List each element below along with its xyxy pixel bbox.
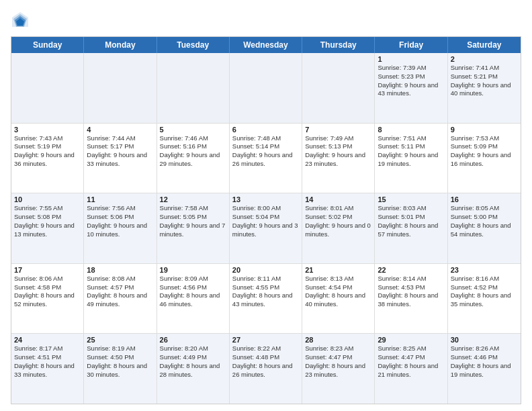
day-cell-27: 27Sunrise: 8:22 AM Sunset: 4:48 PM Dayli… (230, 334, 302, 404)
calendar-row: 17Sunrise: 8:06 AM Sunset: 4:58 PM Dayli… (11, 263, 521, 334)
calendar-row: 3Sunrise: 7:43 AM Sunset: 5:19 PM Daylig… (11, 123, 521, 193)
day-cell-4: 4Sunrise: 7:44 AM Sunset: 5:17 PM Daylig… (84, 124, 157, 193)
day-cell-1: 1Sunrise: 7:39 AM Sunset: 5:23 PM Daylig… (375, 53, 447, 123)
day-info: Sunrise: 8:13 AM Sunset: 4:54 PM Dayligh… (305, 275, 371, 309)
day-cell-7: 7Sunrise: 7:49 AM Sunset: 5:13 PM Daylig… (302, 124, 375, 193)
day-cell-9: 9Sunrise: 7:53 AM Sunset: 5:09 PM Daylig… (448, 124, 521, 193)
day-number: 23 (451, 266, 518, 274)
day-number: 20 (232, 266, 299, 274)
day-info: Sunrise: 7:39 AM Sunset: 5:23 PM Dayligh… (378, 64, 444, 98)
day-cell-2: 2Sunrise: 7:41 AM Sunset: 5:21 PM Daylig… (448, 53, 521, 123)
day-number: 8 (378, 126, 444, 134)
day-number: 17 (14, 266, 81, 274)
day-cell-3: 3Sunrise: 7:43 AM Sunset: 5:19 PM Daylig… (11, 124, 84, 193)
day-number: 11 (87, 195, 153, 203)
weekday-header-wednesday: Wednesday (230, 37, 302, 53)
day-info: Sunrise: 7:46 AM Sunset: 5:16 PM Dayligh… (160, 134, 226, 169)
calendar-row: 1Sunrise: 7:39 AM Sunset: 5:23 PM Daylig… (11, 53, 521, 123)
day-number: 4 (87, 126, 153, 134)
day-cell-24: 24Sunrise: 8:17 AM Sunset: 4:51 PM Dayli… (11, 334, 84, 404)
day-info: Sunrise: 7:49 AM Sunset: 5:13 PM Dayligh… (305, 134, 371, 169)
day-cell-6: 6Sunrise: 7:48 AM Sunset: 5:14 PM Daylig… (230, 124, 302, 193)
day-cell-23: 23Sunrise: 8:16 AM Sunset: 4:52 PM Dayli… (448, 264, 521, 334)
day-info: Sunrise: 8:14 AM Sunset: 4:53 PM Dayligh… (378, 275, 444, 309)
day-cell-11: 11Sunrise: 7:56 AM Sunset: 5:06 PM Dayli… (84, 193, 157, 263)
day-info: Sunrise: 8:17 AM Sunset: 4:51 PM Dayligh… (14, 345, 81, 379)
day-number: 9 (451, 126, 518, 134)
calendar-body: 1Sunrise: 7:39 AM Sunset: 5:23 PM Daylig… (11, 53, 521, 404)
day-info: Sunrise: 7:48 AM Sunset: 5:14 PM Dayligh… (232, 134, 299, 169)
day-cell-18: 18Sunrise: 8:08 AM Sunset: 4:57 PM Dayli… (84, 264, 157, 334)
day-cell-25: 25Sunrise: 8:19 AM Sunset: 4:50 PM Dayli… (84, 334, 157, 404)
day-number: 14 (305, 195, 371, 203)
day-info: Sunrise: 7:55 AM Sunset: 5:08 PM Dayligh… (14, 204, 81, 238)
day-number: 1 (378, 55, 444, 63)
weekday-header-tuesday: Tuesday (157, 37, 230, 53)
logo-icon (11, 11, 30, 30)
weekday-header-friday: Friday (375, 37, 447, 53)
empty-cell (11, 53, 84, 123)
day-cell-12: 12Sunrise: 7:58 AM Sunset: 5:05 PM Dayli… (157, 193, 230, 263)
day-info: Sunrise: 7:56 AM Sunset: 5:06 PM Dayligh… (87, 204, 153, 238)
day-cell-30: 30Sunrise: 8:26 AM Sunset: 4:46 PM Dayli… (448, 334, 521, 404)
day-cell-10: 10Sunrise: 7:55 AM Sunset: 5:08 PM Dayli… (11, 193, 84, 263)
day-number: 2 (451, 55, 518, 63)
day-number: 22 (378, 266, 444, 274)
day-info: Sunrise: 8:00 AM Sunset: 5:04 PM Dayligh… (232, 204, 299, 238)
day-number: 28 (305, 336, 371, 344)
page: SundayMondayTuesdayWednesdayThursdayFrid… (0, 0, 532, 411)
empty-cell (230, 53, 302, 123)
day-cell-16: 16Sunrise: 8:05 AM Sunset: 5:00 PM Dayli… (448, 193, 521, 263)
day-info: Sunrise: 8:11 AM Sunset: 4:55 PM Dayligh… (232, 275, 299, 309)
day-info: Sunrise: 7:51 AM Sunset: 5:11 PM Dayligh… (378, 134, 444, 169)
day-number: 10 (14, 195, 81, 203)
day-info: Sunrise: 8:01 AM Sunset: 5:02 PM Dayligh… (305, 204, 371, 238)
day-number: 29 (378, 336, 444, 344)
calendar-row: 10Sunrise: 7:55 AM Sunset: 5:08 PM Dayli… (11, 193, 521, 263)
day-number: 12 (160, 195, 226, 203)
day-info: Sunrise: 8:20 AM Sunset: 4:49 PM Dayligh… (160, 345, 226, 379)
day-number: 27 (232, 336, 299, 344)
day-number: 25 (87, 336, 153, 344)
day-info: Sunrise: 7:53 AM Sunset: 5:09 PM Dayligh… (451, 134, 518, 169)
empty-cell (84, 53, 157, 123)
day-number: 30 (451, 336, 518, 344)
day-cell-20: 20Sunrise: 8:11 AM Sunset: 4:55 PM Dayli… (230, 264, 302, 334)
day-info: Sunrise: 8:16 AM Sunset: 4:52 PM Dayligh… (451, 275, 518, 309)
day-info: Sunrise: 7:41 AM Sunset: 5:21 PM Dayligh… (451, 64, 518, 98)
day-number: 24 (14, 336, 81, 344)
logo (11, 11, 32, 30)
weekday-header-thursday: Thursday (302, 37, 375, 53)
day-cell-22: 22Sunrise: 8:14 AM Sunset: 4:53 PM Dayli… (375, 264, 447, 334)
empty-cell (157, 53, 230, 123)
day-info: Sunrise: 8:23 AM Sunset: 4:47 PM Dayligh… (305, 345, 371, 379)
weekday-header-monday: Monday (84, 37, 157, 53)
header (11, 11, 521, 30)
day-cell-29: 29Sunrise: 8:25 AM Sunset: 4:47 PM Dayli… (375, 334, 447, 404)
day-info: Sunrise: 7:58 AM Sunset: 5:05 PM Dayligh… (160, 204, 226, 238)
day-number: 21 (305, 266, 371, 274)
day-info: Sunrise: 8:03 AM Sunset: 5:01 PM Dayligh… (378, 204, 444, 238)
calendar-header: SundayMondayTuesdayWednesdayThursdayFrid… (11, 37, 521, 53)
day-cell-19: 19Sunrise: 8:09 AM Sunset: 4:56 PM Dayli… (157, 264, 230, 334)
day-info: Sunrise: 8:19 AM Sunset: 4:50 PM Dayligh… (87, 345, 153, 379)
day-number: 5 (160, 126, 226, 134)
day-number: 18 (87, 266, 153, 274)
day-number: 7 (305, 126, 371, 134)
day-cell-14: 14Sunrise: 8:01 AM Sunset: 5:02 PM Dayli… (302, 193, 375, 263)
day-info: Sunrise: 8:09 AM Sunset: 4:56 PM Dayligh… (160, 275, 226, 309)
day-number: 26 (160, 336, 226, 344)
day-cell-17: 17Sunrise: 8:06 AM Sunset: 4:58 PM Dayli… (11, 264, 84, 334)
calendar-row: 24Sunrise: 8:17 AM Sunset: 4:51 PM Dayli… (11, 333, 521, 404)
day-info: Sunrise: 8:08 AM Sunset: 4:57 PM Dayligh… (87, 275, 153, 309)
day-number: 15 (378, 195, 444, 203)
day-info: Sunrise: 7:44 AM Sunset: 5:17 PM Dayligh… (87, 134, 153, 169)
weekday-header-saturday: Saturday (448, 37, 521, 53)
day-cell-8: 8Sunrise: 7:51 AM Sunset: 5:11 PM Daylig… (375, 124, 447, 193)
day-cell-15: 15Sunrise: 8:03 AM Sunset: 5:01 PM Dayli… (375, 193, 447, 263)
day-cell-21: 21Sunrise: 8:13 AM Sunset: 4:54 PM Dayli… (302, 264, 375, 334)
day-info: Sunrise: 8:26 AM Sunset: 4:46 PM Dayligh… (451, 345, 518, 379)
empty-cell (302, 53, 375, 123)
weekday-header-sunday: Sunday (11, 37, 84, 53)
day-info: Sunrise: 8:06 AM Sunset: 4:58 PM Dayligh… (14, 275, 81, 309)
